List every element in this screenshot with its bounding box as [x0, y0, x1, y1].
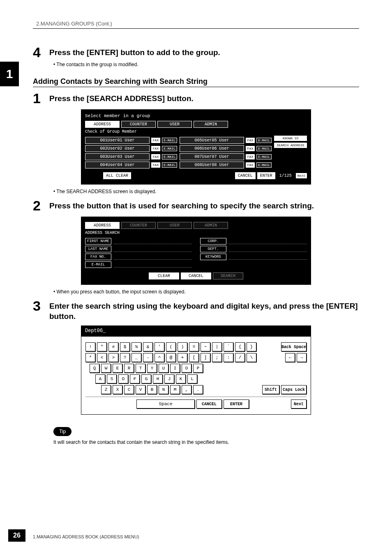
key[interactable]: W: [101, 364, 111, 373]
list-item[interactable]: 004User04 User: [85, 162, 150, 169]
key[interactable]: ,: [182, 385, 191, 394]
key[interactable]: @: [166, 353, 176, 362]
key[interactable]: H: [153, 374, 163, 383]
key[interactable]: V: [136, 385, 145, 394]
fax-badge[interactable]: FAX: [151, 162, 160, 168]
list-item[interactable]: 001User01 User: [85, 137, 150, 144]
key[interactable]: *: [85, 353, 95, 362]
key[interactable]: &: [143, 342, 153, 351]
key[interactable]: \: [247, 353, 256, 362]
email-badge[interactable]: E-MAIL: [256, 162, 272, 168]
list-item[interactable]: 008User08 User: [180, 162, 244, 169]
fax-no-button[interactable]: FAX NO.: [85, 254, 111, 260]
tab-address[interactable]: ADDRESS: [85, 121, 120, 128]
cancel-key[interactable]: CANCEL: [196, 399, 222, 409]
enter-key[interactable]: ENTER: [224, 399, 249, 409]
tab-counter[interactable]: COUNTER: [121, 121, 156, 128]
fax-badge[interactable]: FAX: [151, 146, 160, 151]
dept-button[interactable]: DEPT.: [200, 246, 226, 252]
key[interactable]: >: [108, 353, 118, 362]
fax-badge[interactable]: FAX: [151, 154, 160, 159]
key[interactable]: E: [113, 364, 122, 373]
key[interactable]: I: [170, 364, 180, 373]
key[interactable]: Y: [147, 364, 157, 373]
email-badge[interactable]: E-MAIL: [256, 138, 272, 143]
next-button[interactable]: Next: [296, 173, 307, 178]
key[interactable]: ^: [154, 353, 164, 362]
key[interactable]: +: [178, 353, 187, 362]
email-badge[interactable]: E-MAIL: [256, 146, 272, 151]
list-item[interactable]: 003User03 User: [85, 153, 150, 160]
key[interactable]: U: [159, 364, 168, 373]
key[interactable]: R: [124, 364, 134, 373]
cancel-button[interactable]: CANCEL: [235, 172, 256, 179]
key[interactable]: $: [120, 342, 130, 351]
key[interactable]: |: [212, 342, 222, 351]
tab-address[interactable]: ADDRESS: [85, 222, 120, 229]
last-name-button[interactable]: LAST NAME: [85, 246, 111, 252]
key[interactable]: }: [247, 342, 256, 351]
fax-badge[interactable]: FAX: [151, 138, 160, 143]
key[interactable]: ?: [120, 353, 130, 362]
key[interactable]: _: [131, 353, 141, 362]
list-item[interactable]: 005User05 User: [180, 137, 244, 144]
caps-lock-key[interactable]: Caps Lock: [281, 385, 307, 394]
search-address-button[interactable]: SEARCH ADDRESS: [274, 143, 307, 148]
key[interactable]: -: [143, 353, 153, 362]
list-item[interactable]: 006User06 User: [180, 145, 244, 152]
key[interactable]: ): [178, 342, 187, 351]
key[interactable]: `: [224, 342, 233, 351]
key[interactable]: {: [235, 342, 245, 351]
email-badge[interactable]: E-MAIL: [162, 146, 177, 151]
fax-badge[interactable]: FAX: [246, 154, 255, 159]
key[interactable]: N: [159, 385, 168, 394]
key[interactable]: C: [124, 385, 134, 394]
shift-key[interactable]: Shift: [262, 385, 279, 394]
clear-button[interactable]: CLEAR: [149, 272, 179, 279]
tab-user[interactable]: USER: [157, 121, 192, 128]
key[interactable]: K: [176, 374, 186, 383]
key[interactable]: D: [118, 374, 128, 383]
arrow-right-key[interactable]: →: [297, 353, 307, 362]
key[interactable]: X: [113, 385, 122, 394]
key[interactable]: L: [187, 374, 197, 383]
key[interactable]: M: [170, 385, 180, 394]
key[interactable]: .: [193, 385, 203, 394]
fax-badge[interactable]: FAX: [246, 162, 255, 168]
key[interactable]: F: [130, 374, 140, 383]
key[interactable]: :: [224, 353, 233, 362]
key[interactable]: B: [147, 385, 157, 394]
key[interactable]: !: [85, 342, 95, 351]
next-key[interactable]: Next: [291, 399, 307, 409]
email-badge[interactable]: E-MAIL: [256, 154, 272, 159]
cancel-button[interactable]: CANCEL: [181, 272, 211, 279]
key[interactable]: O: [182, 364, 191, 373]
key[interactable]: ~: [201, 342, 210, 351]
email-badge[interactable]: E-MAIL: [162, 154, 177, 159]
key[interactable]: J: [164, 374, 174, 383]
key[interactable]: ]: [201, 353, 210, 362]
key[interactable]: ": [97, 342, 107, 351]
known-id-button[interactable]: KNOWN ID: [274, 136, 307, 141]
key[interactable]: A: [95, 374, 105, 383]
key[interactable]: <: [97, 353, 107, 362]
key[interactable]: G: [141, 374, 151, 383]
key[interactable]: =: [189, 342, 199, 351]
key[interactable]: /: [235, 353, 245, 362]
enter-button[interactable]: ENTER: [257, 172, 275, 179]
corp-button[interactable]: CORP.: [200, 238, 226, 245]
email-button[interactable]: E-MAIL: [85, 261, 111, 268]
key[interactable]: S: [107, 374, 117, 383]
first-name-button[interactable]: FIRST NAME: [85, 238, 111, 245]
backspace-key[interactable]: Back Space: [281, 342, 307, 351]
key[interactable]: Z: [101, 385, 111, 394]
list-item[interactable]: 002User02 User: [85, 145, 150, 152]
fax-badge[interactable]: FAX: [246, 146, 255, 151]
key[interactable]: #: [108, 342, 118, 351]
email-badge[interactable]: E-MAIL: [162, 162, 177, 168]
key[interactable]: %: [131, 342, 141, 351]
tab-admin[interactable]: ADMIN: [194, 121, 228, 128]
key[interactable]: T: [136, 364, 145, 373]
key[interactable]: P: [193, 364, 203, 373]
fax-badge[interactable]: FAX: [246, 138, 255, 143]
